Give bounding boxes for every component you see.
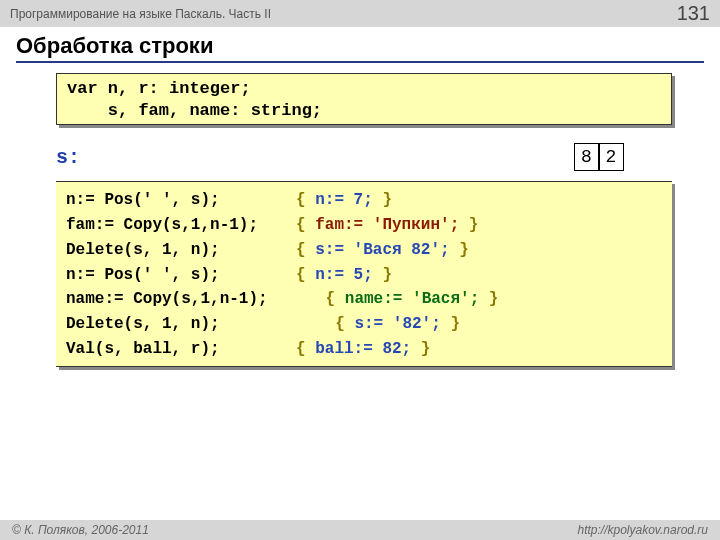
cell: 8 bbox=[574, 143, 600, 171]
comment: { s:= 'Вася 82'; } bbox=[296, 238, 469, 263]
code-line: Delete(s, 1, n);{ s:= 'Вася 82'; } bbox=[66, 238, 662, 263]
code-line: n:= Pos(' ', s);{ n:= 5; } bbox=[66, 263, 662, 288]
comment: { s:= '82'; } bbox=[316, 312, 460, 337]
statement: fam:= Copy(s,1,n-1); bbox=[66, 213, 296, 238]
s-row: s: 8 2 bbox=[56, 143, 664, 171]
statement: n:= Pos(' ', s); bbox=[66, 263, 296, 288]
footer-url: http://kpolyakov.narod.ru bbox=[577, 523, 708, 537]
cells: 8 2 bbox=[575, 143, 624, 171]
declaration-box: var n, r: integer; s, fam, name: string; bbox=[56, 73, 672, 125]
declaration-code: var n, r: integer; s, fam, name: string; bbox=[67, 78, 661, 122]
copyright: © К. Поляков, 2006-2011 bbox=[12, 523, 149, 537]
code-line: n:= Pos(' ', s);{ n:= 7; } bbox=[66, 188, 662, 213]
code-line: Val(s, ball, r);{ ball:= 82; } bbox=[66, 337, 662, 362]
comment: { name:= 'Вася'; } bbox=[316, 287, 498, 312]
footer: © К. Поляков, 2006-2011 http://kpolyakov… bbox=[0, 520, 720, 540]
page-title: Обработка строки bbox=[0, 27, 720, 61]
comment: { n:= 5; } bbox=[296, 263, 392, 288]
code-line: Delete(s, 1, n); { s:= '82'; } bbox=[66, 312, 662, 337]
code-line: name:= Copy(s,1,n-1); { name:= 'Вася'; } bbox=[66, 287, 662, 312]
cell: 2 bbox=[598, 143, 624, 171]
statement: name:= Copy(s,1,n-1); bbox=[66, 287, 316, 312]
statement: Delete(s, 1, n); bbox=[66, 238, 296, 263]
statement: Val(s, ball, r); bbox=[66, 337, 296, 362]
title-rule bbox=[16, 61, 704, 63]
comment: { n:= 7; } bbox=[296, 188, 392, 213]
comment: { ball:= 82; } bbox=[296, 337, 430, 362]
statement: Delete(s, 1, n); bbox=[66, 312, 316, 337]
course-name: Программирование на языке Паскаль. Часть… bbox=[10, 7, 271, 21]
comment: { fam:= 'Пупкин'; } bbox=[296, 213, 478, 238]
statement: n:= Pos(' ', s); bbox=[66, 188, 296, 213]
header-bar: Программирование на языке Паскаль. Часть… bbox=[0, 0, 720, 27]
code-line: fam:= Copy(s,1,n-1);{ fam:= 'Пупкин'; } bbox=[66, 213, 662, 238]
main-code-box: n:= Pos(' ', s);{ n:= 7; }fam:= Copy(s,1… bbox=[56, 181, 672, 367]
page-number: 131 bbox=[677, 2, 710, 25]
s-label: s: bbox=[56, 146, 80, 169]
